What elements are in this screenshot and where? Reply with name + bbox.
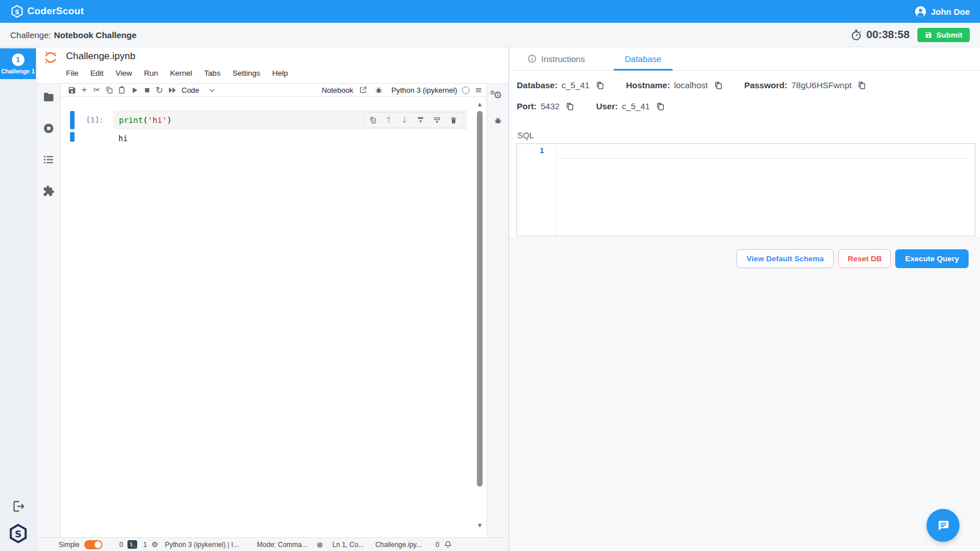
cred-user: User: c_5_41 [596, 101, 665, 111]
paste-cells-icon[interactable] [116, 86, 128, 94]
chat-bubble-icon [936, 518, 950, 533]
menu-run[interactable]: Run [144, 69, 158, 77]
debugger-sidebar-icon[interactable] [493, 116, 503, 125]
sidebar-item-challenge-1[interactable]: 1 Challenge 1 [0, 48, 36, 79]
menu-help[interactable]: Help [272, 69, 288, 77]
kernel-status-text[interactable]: Python 3 (ipykernel) | I... [165, 541, 239, 549]
table-of-contents-icon[interactable] [43, 154, 55, 166]
insert-cell-icon[interactable]: + [78, 84, 90, 96]
edit-mode-indicator[interactable]: Mode: Comma... [257, 541, 308, 549]
notebook-header: Challenge.ipynb File Edit View Run Kerne… [36, 47, 508, 84]
toolbar-overflow-icon[interactable]: ≡ [475, 85, 482, 95]
reset-db-button[interactable]: Reset DB [838, 249, 891, 268]
delete-cell-icon[interactable] [450, 116, 458, 125]
simple-mode-toggle[interactable] [84, 540, 102, 549]
jupyterlab-region: Challenge.ipynb File Edit View Run Kerne… [36, 47, 508, 551]
copy-password-icon[interactable] [858, 81, 866, 90]
challenge-title: Notebook Challenge [54, 30, 137, 40]
cell-type-select[interactable]: Code [182, 86, 199, 94]
kernel-name-label[interactable]: Python 3 (ipykernel) [392, 86, 458, 94]
notebook-view-label[interactable]: Notebook [322, 86, 353, 94]
file-browser-icon[interactable] [43, 91, 55, 103]
open-external-icon[interactable] [359, 86, 368, 94]
copy-port-icon[interactable] [566, 102, 574, 111]
code-token-paren-open: ( [143, 116, 147, 125]
running-kernels-icon[interactable] [43, 122, 55, 134]
copy-user-icon[interactable] [656, 102, 665, 111]
cell-hover-toolbar: ↑ ↓ [364, 112, 463, 128]
timer: 00:38:58 [850, 28, 909, 41]
property-inspector-icon[interactable]: ⚙⚙ [493, 91, 502, 100]
challenge-tile-label: Challenge 1 [1, 68, 35, 75]
menu-tabs[interactable]: Tabs [204, 69, 221, 77]
terminals-count[interactable]: 0 [120, 541, 123, 549]
code-cell-editor[interactable]: print('hi') ↑ ↓ [114, 110, 467, 129]
line-number: 1 [517, 144, 556, 155]
kernel-status-icon[interactable] [462, 87, 470, 94]
debugger-bug-icon[interactable] [373, 86, 385, 94]
run-cell-icon[interactable] [128, 87, 141, 94]
coderscout-logo-icon: S [10, 5, 24, 18]
restart-kernel-icon[interactable]: ↻ [153, 85, 166, 96]
menu-view[interactable]: View [116, 69, 132, 77]
chat-fab[interactable] [927, 509, 960, 542]
extensions-puzzle-icon[interactable] [43, 185, 55, 197]
insert-cell-below-icon[interactable] [433, 116, 441, 124]
cred-user-value: c_5_41 [622, 101, 650, 111]
stopwatch-icon [850, 29, 862, 41]
scrollbar-thumb[interactable] [477, 111, 483, 487]
copy-database-icon[interactable] [596, 81, 604, 90]
user-menu[interactable]: John Doe [915, 6, 970, 18]
execute-query-button[interactable]: Execute Query [895, 249, 969, 268]
duplicate-cell-icon[interactable] [369, 116, 377, 124]
svg-text:S: S [15, 9, 19, 16]
code-token-paren-close: ) [167, 116, 171, 125]
scroll-down-icon[interactable]: ▼ [478, 523, 482, 528]
notebook-panel: + ✂ ↻ Code [61, 84, 487, 537]
cut-cells-icon[interactable]: ✂ [90, 85, 103, 95]
sql-editor-gutter: 1 [517, 144, 557, 236]
code-token-function: print [119, 116, 143, 125]
cred-hostname-label: Hostname: [626, 80, 670, 90]
cred-port-label: Port: [517, 101, 537, 111]
submit-button[interactable]: Submit [917, 28, 970, 42]
challenge-prefix: Challenge: [10, 30, 51, 40]
logout-button[interactable] [11, 499, 25, 513]
bell-icon[interactable] [444, 540, 452, 549]
svg-text:S: S [15, 529, 22, 540]
menu-edit[interactable]: Edit [90, 69, 104, 77]
menu-file[interactable]: File [66, 69, 79, 77]
app-root: S CoderScout John Doe Challenge: Noteboo… [0, 0, 980, 551]
scroll-up-icon[interactable]: ▲ [478, 102, 482, 107]
tab-database[interactable]: Database [613, 47, 673, 70]
cursor-position[interactable]: Ln 1, Co... [332, 541, 364, 549]
notebook-scrollbar[interactable]: ▲ ▼ [476, 100, 484, 532]
input-collapser[interactable] [70, 111, 75, 129]
cred-password-value: 78gU6HSFwnpt [792, 80, 852, 90]
copy-cells-icon[interactable] [103, 86, 116, 94]
cred-database: Database: c_5_41 [517, 80, 604, 90]
cred-hostname-value: localhost [674, 80, 707, 90]
brand-name: CoderScout [27, 6, 84, 17]
kernels-count[interactable]: 1 [143, 541, 147, 549]
move-cell-down-icon[interactable]: ↓ [401, 115, 408, 125]
menu-kernel[interactable]: Kernel [170, 69, 192, 77]
move-cell-up-icon[interactable]: ↑ [385, 115, 393, 125]
menu-settings[interactable]: Settings [232, 69, 260, 77]
code-token-string: 'hi' [148, 116, 167, 125]
save-notebook-icon[interactable] [65, 86, 78, 94]
challenge-number-badge: 1 [12, 54, 24, 66]
insert-cell-above-icon[interactable] [417, 116, 425, 124]
view-default-schema-button[interactable]: View Default Schema [736, 249, 834, 268]
tab-instructions[interactable]: Instructions [525, 47, 587, 70]
cell-type-chevron-icon[interactable] [208, 87, 216, 94]
notifications-count: 0 [435, 541, 439, 549]
output-collapser[interactable] [70, 132, 75, 142]
restart-run-all-icon[interactable] [166, 87, 178, 94]
db-credentials: Database: c_5_41 Hostname: localhost Pas… [517, 80, 971, 122]
timer-value: 00:38:58 [866, 28, 909, 41]
sql-editor[interactable]: 1 [516, 143, 975, 236]
interrupt-kernel-icon[interactable] [141, 87, 153, 93]
terminal-icon: $_ [127, 540, 137, 549]
copy-hostname-icon[interactable] [714, 81, 723, 90]
